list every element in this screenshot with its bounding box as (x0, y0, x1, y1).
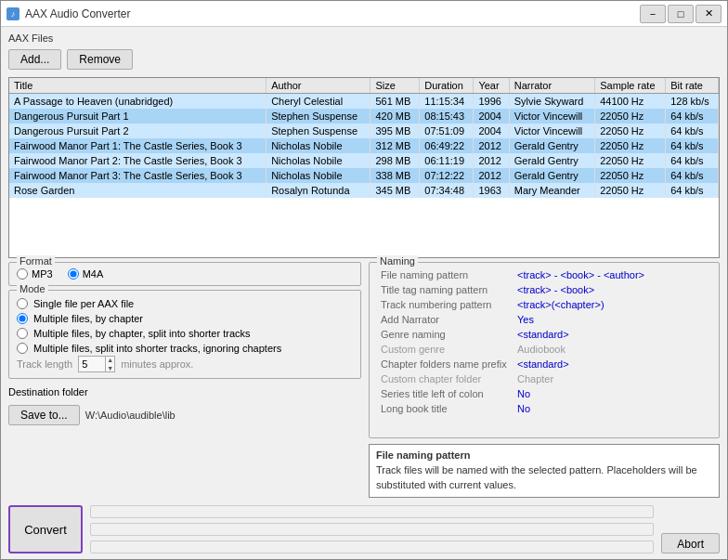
table-cell: 44100 Hz (595, 94, 666, 110)
naming-value-2: <track>(<chapter>) (515, 298, 709, 311)
destination-path: W:\Audio\audible\lib (85, 410, 176, 421)
table-cell: 06:11:19 (420, 153, 474, 168)
col-sample-rate: Sample rate (595, 78, 666, 94)
main-content: AAX Files Add... Remove Title Author Siz… (1, 27, 727, 559)
table-cell: 07:51:09 (420, 124, 474, 138)
table-cell: 06:49:22 (420, 138, 474, 153)
col-title: Title (9, 78, 266, 94)
col-author: Author (266, 78, 370, 94)
convert-button[interactable]: Convert (8, 505, 83, 553)
naming-row-2: Track numbering pattern<track>(<chapter>… (379, 298, 709, 311)
save-to-button[interactable]: Save to... (8, 405, 80, 425)
title-bar: ♪ AAX Audio Converter − □ ✕ (1, 1, 727, 27)
table-row[interactable]: Fairwood Manor Part 2: The Castle Series… (9, 153, 719, 168)
format-m4a-radio[interactable] (68, 268, 79, 280)
table-cell: 128 kb/s (666, 94, 719, 110)
table-cell: 22050 Hz (595, 153, 666, 168)
table-cell: Victor Vincewill (509, 124, 594, 138)
naming-value-4: <standard> (515, 328, 709, 341)
table-cell: 312 MB (370, 138, 420, 153)
naming-label-5: Custom genre (379, 343, 514, 356)
naming-row-3: Add NarratorYes (379, 313, 709, 326)
table-cell: Stephen Suspense (266, 109, 370, 124)
naming-value-3: Yes (515, 313, 709, 326)
title-bar-controls: − □ ✕ (640, 5, 722, 23)
track-length-input[interactable] (79, 358, 105, 371)
table-cell: 1996 (474, 94, 509, 110)
table-header-row: Title Author Size Duration Year Narrator… (9, 78, 719, 94)
track-length-row: Track length ▲ ▼ minutes approx. (17, 356, 353, 372)
track-length-spinner[interactable]: ▲ ▼ (78, 356, 115, 372)
spinner-arrows: ▲ ▼ (105, 356, 114, 372)
track-length-suffix: minutes approx. (121, 358, 193, 370)
format-m4a-option[interactable]: M4A (68, 268, 104, 280)
table-cell: 420 MB (370, 109, 420, 124)
mode-radio-2[interactable] (17, 328, 28, 339)
naming-value-1: <track> - <book> (515, 283, 709, 296)
naming-row-6: Chapter folders name prefix<standard> (379, 358, 709, 371)
mode-option-2[interactable]: Multiple files, by chapter, split into s… (17, 328, 353, 339)
table-cell: Rose Garden (9, 183, 266, 198)
top-buttons: Add... Remove (8, 49, 720, 70)
file-table-container[interactable]: Title Author Size Duration Year Narrator… (8, 77, 720, 258)
maximize-button[interactable]: □ (668, 5, 694, 23)
naming-label-4: Genre naming (379, 328, 514, 341)
mode-radio-1[interactable] (17, 313, 28, 324)
table-row[interactable]: Rose GardenRosalyn Rotunda345 MB07:34:48… (9, 183, 719, 198)
table-cell: Sylvie Skyward (509, 94, 594, 110)
minimize-button[interactable]: − (640, 5, 666, 23)
table-row[interactable]: Fairwood Manor Part 3: The Castle Series… (9, 168, 719, 183)
format-radio-group: MP3 M4A (17, 267, 353, 280)
abort-button[interactable]: Abort (661, 533, 720, 553)
left-panel: Format MP3 M4A Mode (8, 262, 361, 498)
naming-value-9: No (515, 402, 709, 415)
format-mp3-option[interactable]: MP3 (17, 268, 53, 280)
mode-option-label-1: Multiple files, by chapter (33, 313, 143, 324)
table-cell: 64 kb/s (666, 138, 719, 153)
naming-row-1: Title tag naming pattern<track> - <book> (379, 283, 709, 296)
table-cell: 08:15:43 (420, 109, 474, 124)
table-cell: 64 kb/s (666, 124, 719, 138)
mode-option-label-2: Multiple files, by chapter, split into s… (33, 328, 251, 339)
table-cell: Gerald Gentry (509, 138, 594, 153)
close-button[interactable]: ✕ (696, 5, 722, 23)
naming-value-8: No (515, 387, 709, 400)
table-cell: A Passage to Heaven (unabridged) (9, 94, 266, 110)
col-size: Size (370, 78, 420, 94)
destination-label: Destination folder (8, 386, 88, 397)
mode-radio-3[interactable] (17, 343, 28, 354)
naming-label-9: Long book title (379, 402, 514, 415)
table-row[interactable]: Dangerous Pursuit Part 1Stephen Suspense… (9, 109, 719, 124)
mode-radio-0[interactable] (17, 298, 28, 309)
table-cell: Stephen Suspense (266, 124, 370, 138)
remove-button[interactable]: Remove (67, 49, 133, 70)
mode-option-1[interactable]: Multiple files, by chapter (17, 313, 353, 324)
mode-group-title: Mode (17, 283, 48, 294)
naming-value-0: <track> - <book> - <author> (515, 268, 709, 281)
naming-value-6: <standard> (515, 358, 709, 371)
title-bar-left: ♪ AAX Audio Converter (6, 7, 130, 20)
table-cell: 22050 Hz (595, 109, 666, 124)
table-cell: 2004 (474, 109, 509, 124)
naming-group: Naming File naming pattern<track> - <boo… (369, 262, 720, 438)
mode-option-3[interactable]: Multiple files, split into shorter track… (17, 343, 353, 354)
table-row[interactable]: Fairwood Manor Part 1: The Castle Series… (9, 138, 719, 153)
mode-option-0[interactable]: Single file per AAX file (17, 298, 353, 309)
table-cell: 64 kb/s (666, 109, 719, 124)
main-window: ♪ AAX Audio Converter − □ ✕ AAX Files Ad… (0, 0, 728, 560)
naming-row-7: Custom chapter folderChapter (379, 372, 709, 385)
mode-option-label-0: Single file per AAX file (33, 298, 134, 309)
table-row[interactable]: A Passage to Heaven (unabridged)Cheryl C… (9, 94, 719, 110)
naming-label-1: Title tag naming pattern (379, 283, 514, 296)
table-cell: 345 MB (370, 183, 420, 198)
table-cell: Gerald Gentry (509, 168, 594, 183)
spinner-down[interactable]: ▼ (105, 364, 114, 372)
spinner-up[interactable]: ▲ (105, 356, 114, 364)
format-mp3-radio[interactable] (17, 268, 28, 280)
table-cell: 2012 (474, 153, 509, 168)
table-row[interactable]: Dangerous Pursuit Part 2Stephen Suspense… (9, 124, 719, 138)
table-cell: Dangerous Pursuit Part 2 (9, 124, 266, 138)
add-button[interactable]: Add... (8, 49, 61, 70)
naming-row-5: Custom genreAudiobook (379, 343, 709, 356)
table-cell: 2004 (474, 124, 509, 138)
